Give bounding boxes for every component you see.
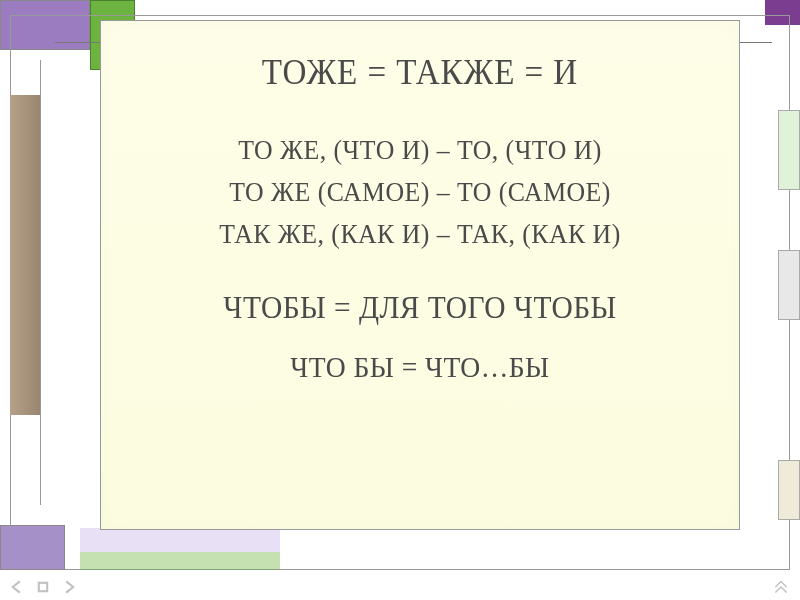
slide-footer: ЧТО БЫ = ЧТО…БЫ <box>149 350 692 384</box>
rule-line-1: ТО ЖЕ, (ЧТО И) – ТО, (ЧТО И) <box>149 129 692 171</box>
svg-rect-0 <box>39 583 47 591</box>
slide-subtitle: ЧТОБЫ = ДЛЯ ТОГО ЧТОБЫ <box>149 289 692 326</box>
slide-title: ТОЖЕ = ТАКЖЕ = И <box>149 51 692 93</box>
rules-group: ТО ЖЕ, (ЧТО И) – ТО, (ЧТО И) ТО ЖЕ (САМО… <box>125 129 715 255</box>
rule-line-3: ТАК ЖЕ, (КАК И) – ТАК, (КАК И) <box>149 213 692 255</box>
decoration-bottom-green <box>80 552 280 570</box>
decoration-right-3 <box>778 460 800 520</box>
expand-icon[interactable] <box>774 580 788 594</box>
decoration-right-2 <box>778 250 800 320</box>
nav-home-icon[interactable] <box>36 580 50 594</box>
rule-line-2: ТО ЖЕ (САМОЕ) – ТО (САМОЕ) <box>149 171 692 213</box>
slide-panel: ТОЖЕ = ТАКЖЕ = И ТО ЖЕ, (ЧТО И) – ТО, (Ч… <box>100 20 740 530</box>
nav-controls <box>10 580 76 594</box>
nav-next-icon[interactable] <box>62 580 76 594</box>
decoration-right-1 <box>778 110 800 190</box>
frame-left-line <box>40 60 41 505</box>
decoration-left-brown <box>10 95 40 415</box>
nav-prev-icon[interactable] <box>10 580 24 594</box>
decoration-bottom-left <box>0 525 65 570</box>
decoration-bottom-lilac <box>80 528 280 552</box>
